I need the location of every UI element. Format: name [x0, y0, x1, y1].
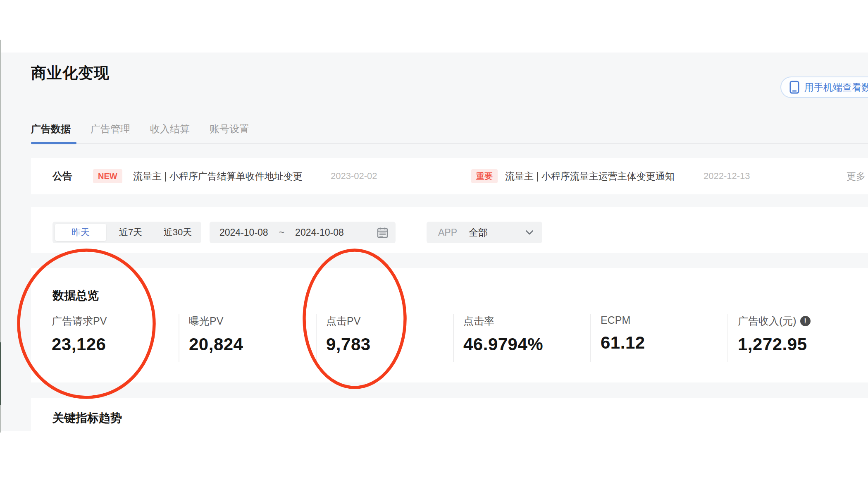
tab-income-settlement[interactable]: 收入结算 [150, 122, 190, 136]
monetization-console: 商业化变现 用手机端查看数据 广告数据 广告管理 收入结算 账号设置 公告 NE… [0, 0, 868, 478]
key-trend-section: 关键指标趋势 [31, 398, 868, 478]
metric-label: 广告收入(元) ! [738, 314, 811, 328]
phone-icon [789, 81, 799, 94]
trend-section-title: 关键指标趋势 [52, 410, 122, 426]
metric-label: 点击PV [326, 314, 371, 328]
app-filter-value: 全部 [469, 226, 488, 239]
announcement-link-1[interactable]: 流量主 | 小程序广告结算单收件地址变更 [133, 170, 303, 183]
metric-exposure-pv: 曝光PV 20,824 [189, 314, 243, 354]
info-icon[interactable]: ! [800, 316, 811, 326]
date-range-separator: ~ [279, 227, 284, 238]
metric-divider [316, 314, 317, 362]
metric-value: 61.12 [601, 333, 645, 353]
announcement-more-link[interactable]: 更多 [847, 170, 866, 183]
announcement-date-1: 2023-02-02 [331, 171, 377, 182]
filter-bar: 昨天 近7天 近30天 2024-10-08 ~ 2024-10-08 APP … [31, 207, 868, 253]
date-range-start: 2024-10-08 [219, 227, 268, 238]
metric-label-text: 广告收入(元) [738, 314, 796, 328]
overview-section-title: 数据总览 [52, 288, 99, 304]
tab-account-settings[interactable]: 账号设置 [210, 122, 249, 136]
metric-ecpm: ECPM 61.12 [601, 314, 645, 353]
date-range-end: 2024-10-08 [295, 227, 344, 238]
metric-value: 23,126 [52, 335, 107, 354]
metric-ad-income: 广告收入(元) ! 1,272.95 [738, 314, 811, 354]
metric-divider [727, 314, 728, 362]
chevron-down-icon [526, 230, 533, 235]
metric-click-pv: 点击PV 9,783 [326, 314, 371, 354]
quick-range-segmented-control: 昨天 近7天 近30天 [52, 222, 201, 243]
metric-value: 1,272.95 [738, 335, 811, 354]
active-tab-indicator [31, 142, 76, 144]
metric-value: 46.9794% [463, 335, 543, 354]
screen-edge-artifact-dark [0, 342, 1, 405]
metric-label: 曝光PV [189, 314, 243, 328]
range-7days-button[interactable]: 近7天 [106, 222, 155, 243]
metric-label: 点击率 [463, 314, 543, 328]
metric-value: 9,783 [326, 335, 371, 354]
tab-bar: 广告数据 广告管理 收入结算 账号设置 [31, 122, 249, 136]
view-on-phone-label: 用手机端查看数据 [804, 81, 868, 94]
announcement-badge-new: NEW [93, 169, 122, 183]
metric-divider [590, 314, 591, 362]
metric-divider [179, 314, 179, 362]
announcement-badge-important: 重要 [471, 169, 498, 183]
app-filter-select[interactable]: APP 全部 [427, 222, 542, 243]
metric-value: 20,824 [189, 335, 243, 354]
metric-label: ECPM [601, 314, 645, 326]
tab-divider [31, 143, 868, 144]
calendar-icon [377, 227, 388, 238]
metric-divider [453, 314, 454, 362]
announcement-date-2: 2022-12-13 [703, 171, 750, 182]
announcement-bar: 公告 NEW 流量主 | 小程序广告结算单收件地址变更 2023-02-02 重… [31, 158, 868, 194]
app-filter-label: APP [438, 227, 457, 238]
view-on-phone-button[interactable]: 用手机端查看数据 [780, 76, 868, 98]
announcement-link-2[interactable]: 流量主 | 小程序流量主运营主体变更通知 [505, 170, 675, 183]
range-30days-button[interactable]: 近30天 [155, 222, 200, 243]
announcement-label: 公告 [52, 170, 72, 183]
range-yesterday-button[interactable]: 昨天 [55, 224, 106, 241]
metric-ad-request-pv: 广告请求PV 23,126 [52, 314, 107, 354]
data-overview-section: 数据总览 广告请求PV 23,126 曝光PV 20,824 点击PV 9,78… [31, 268, 868, 382]
date-range-picker[interactable]: 2024-10-08 ~ 2024-10-08 [210, 222, 396, 243]
metric-label: 广告请求PV [52, 314, 107, 328]
tab-ad-management[interactable]: 广告管理 [91, 122, 130, 136]
tab-ad-data[interactable]: 广告数据 [31, 122, 71, 136]
page-title: 商业化变现 [31, 63, 110, 84]
metric-click-rate: 点击率 46.9794% [463, 314, 543, 354]
